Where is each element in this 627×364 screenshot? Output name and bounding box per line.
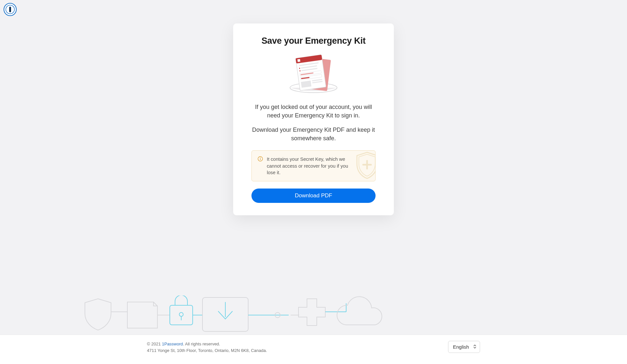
copyright-suffix: . All rights reserved. — [183, 341, 220, 346]
brand-link[interactable]: 1Password — [162, 341, 183, 346]
info-text: It contains your Secret Key, which we ca… — [267, 156, 348, 176]
footer-text: © 2021 1Password. All rights reserved. 4… — [147, 341, 267, 354]
shield-plus-icon — [354, 151, 376, 181]
svg-rect-7 — [297, 59, 300, 62]
secret-key-info-box: It contains your Secret Key, which we ca… — [251, 150, 376, 181]
copyright-prefix: © 2021 — [147, 341, 162, 346]
svg-rect-25 — [170, 305, 193, 325]
language-label: English — [453, 344, 469, 350]
svg-point-21 — [260, 158, 261, 158]
footer: © 2021 1Password. All rights reserved. 4… — [0, 335, 627, 364]
card-paragraph-2: Download your Emergency Kit PDF and keep… — [251, 126, 376, 143]
download-pdf-button[interactable]: Download PDF — [251, 189, 376, 203]
background-illustration — [0, 296, 627, 335]
svg-point-26 — [179, 312, 183, 316]
card-paragraph-1: If you get locked out of your account, y… — [251, 103, 376, 120]
emergency-kit-illustration — [284, 54, 343, 96]
card-heading: Save your Emergency Kit — [251, 36, 376, 46]
language-selector[interactable]: English — [448, 341, 480, 353]
info-icon — [258, 156, 263, 176]
emergency-kit-card: Save your Emergency Kit — [233, 23, 394, 215]
chevron-updown-icon — [473, 344, 476, 350]
svg-rect-22 — [260, 159, 261, 160]
footer-address: 4711 Yonge St, 10th Floor, Toronto, Onta… — [147, 347, 267, 354]
